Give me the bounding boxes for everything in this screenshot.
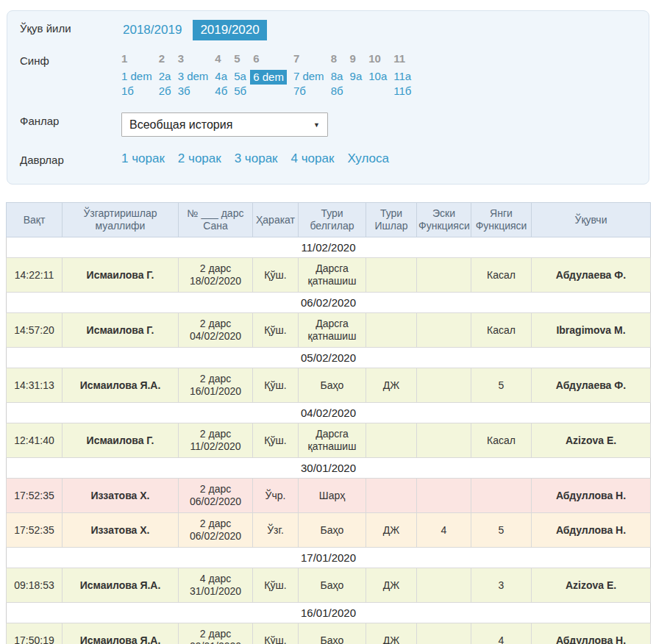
column-header-line: Тури [368,207,415,220]
class-option[interactable]: 7б [293,85,306,98]
cell-mark-type: Шарҳ [299,479,366,513]
cell-lesson: 2 дарс06/02/2020 [179,479,253,513]
lesson-number: 4 дарс [181,573,250,585]
class-option[interactable]: 1 dem [121,70,152,83]
class-column: 77 dem7б [293,52,324,98]
cell-work-type [366,479,417,513]
class-options-grid: 11 dem1б22a2б33 dem3б44a4б55a5б66 dem77 … [121,52,411,98]
cell-mark-type: Баҳо [299,368,366,403]
cell-time: 17:52:35 [7,479,63,513]
log-header-row: ВақтЎзгартиришлармуаллифи№ ___ дарсСанаҲ… [7,203,651,237]
period-option[interactable]: Хулоса [347,151,389,166]
log-row: 17:52:35Иззатова Х.2 дарс06/02/2020Ўчр.Ш… [7,479,651,513]
cell-new-value: Касал [471,313,532,348]
lesson-number: 2 дарс [181,518,250,530]
cell-work-type [366,258,417,293]
class-option[interactable]: 2б [159,85,171,98]
date-separator-row: 05/02/2020 [7,348,651,368]
lesson-date: 09/01/2020 [181,640,250,644]
cell-old-value: 4 [417,513,471,548]
cell-student: Абдуллова Н. [532,479,651,513]
class-option[interactable]: 11б [393,85,411,98]
class-column: 66 dem [253,52,287,98]
cell-old-value [417,313,471,348]
cell-author: Исмаилова Г. [63,313,179,348]
column-header-line: белгилар [300,220,364,232]
cell-author: Иззатова Х. [63,513,179,548]
cell-author: Исмаилова Г. [63,423,179,458]
log-row: 14:22:11Исмаилова Г.2 дарс18/02/2020Қўш.… [7,258,651,293]
class-column: 88a8б [331,52,343,98]
class-option[interactable]: 5б [234,85,246,98]
class-option[interactable]: 10a [368,70,387,83]
cell-student: Абдуллова Н. [532,513,651,548]
class-grade-number: 1 [121,52,127,65]
cell-lesson: 4 дарс31/01/2020 [179,568,253,603]
class-grade-number: 4 [215,52,221,65]
class-option[interactable]: 5a [234,70,246,83]
class-option[interactable]: 8a [331,70,343,83]
column-header: ЯнгиФункцияси [471,203,532,237]
cell-mark-type: Баҳо [299,513,366,548]
class-option[interactable]: 7 dem [293,70,324,83]
date-separator: 17/01/2020 [7,548,651,568]
filter-panel: Ўқув йили 2018/20192019/2020 Синф 11 dem… [7,10,649,185]
date-separator: 06/02/2020 [7,293,651,313]
cell-work-type: ДЖ [366,568,417,603]
cell-action: Қўш. [253,258,299,293]
cell-student: Azizova E. [532,423,651,458]
column-header: ТуриИшлар [366,203,417,237]
period-option[interactable]: 2 чорак [178,151,221,166]
column-header-line: Ўқувчи [533,214,649,226]
class-column: 55a5б [234,52,246,98]
class-grade-number: 6 [253,52,259,65]
class-option[interactable]: 6 dem [250,70,287,85]
lesson-number: 2 дарс [181,428,250,440]
lesson-number: 2 дарс [181,318,250,330]
class-option[interactable]: 2a [159,70,171,83]
class-grade-number: 9 [350,52,356,65]
cell-lesson: 2 дарс16/01/2020 [179,368,253,403]
subject-select[interactable]: Всеобщая история ▼ [121,112,328,137]
cell-mark-type: Баҳо [299,623,366,644]
column-header: Ўқувчи [532,203,651,237]
year-option[interactable]: 2019/2020 [193,20,266,40]
class-option[interactable]: 3 dem [178,70,209,83]
cell-old-value [417,423,471,458]
lesson-date: 06/02/2020 [181,495,250,508]
class-column: 33 dem3б [178,52,209,98]
cell-time: 17:50:19 [7,623,63,644]
cell-old-value [417,568,471,603]
period-option[interactable]: 4 чорак [291,151,335,166]
column-header-line: Ишлар [368,220,415,232]
date-separator-row: 06/02/2020 [7,293,651,313]
class-option[interactable]: 1б [121,85,134,98]
cell-old-value [417,479,471,513]
column-header-line: Ҳаракат [254,214,296,226]
column-header-line: Функцияси [418,220,469,232]
cell-time: 09:18:53 [7,568,63,603]
cell-work-type [366,313,417,348]
cell-lesson: 2 дарс04/02/2020 [179,313,253,348]
date-separator-row: 16/01/2020 [7,603,651,623]
year-filter-row: Ўқув йили 2018/20192019/2020 [13,20,638,40]
cell-action: Қўш. [253,368,299,403]
period-option[interactable]: 1 чорак [121,151,165,166]
column-header-line: Янги [473,207,530,220]
period-option[interactable]: 3 чорак [235,151,278,166]
class-option[interactable]: 8б [331,85,343,98]
class-option[interactable]: 11a [393,70,411,83]
class-option[interactable]: 3б [178,85,190,98]
column-header-line: муаллифи [64,220,177,232]
date-separator-row: 04/02/2020 [7,403,651,423]
period-filter-label: Даврлар [13,151,121,166]
log-row: 17:50:19Исмаилова Я.А.2 дарс09/01/2020Қў… [7,623,651,644]
class-option[interactable]: 4a [215,70,227,83]
year-options: 2018/20192019/2020 [121,20,267,40]
class-option[interactable]: 9a [350,70,363,83]
cell-new-value: 4 [471,623,532,644]
year-option[interactable]: 2018/2019 [121,20,183,40]
class-grade-number: 7 [293,52,299,65]
class-option[interactable]: 4б [215,85,227,98]
period-options: 1 чорак2 чорак3 чорак4 чоракХулоса [121,151,389,166]
